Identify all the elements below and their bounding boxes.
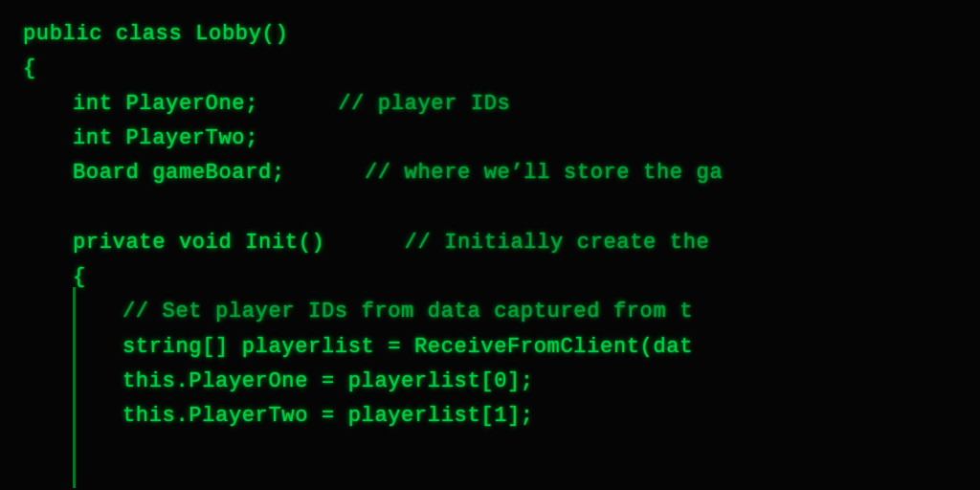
code-text: Board gameBoard; // where we’ll store th…	[73, 161, 723, 185]
code-text: this.PlayerOne = playerlist[0];	[122, 369, 534, 393]
code-line-2: {	[23, 52, 957, 86]
code-line-8: {	[23, 260, 957, 295]
code-line-7: private void Init() // Initially create …	[23, 226, 957, 260]
code-line-4: int PlayerTwo;	[23, 122, 957, 156]
code-line-1: public class Lobby()	[23, 17, 957, 52]
code-editor: public class Lobby() { int PlayerOne; //…	[0, 0, 980, 490]
code-text: string[] playerlist = ReceiveFromClient(…	[122, 335, 693, 359]
code-line-6	[23, 190, 957, 225]
code-text: int PlayerOne; // player IDs	[73, 92, 510, 116]
code-text: {	[73, 265, 86, 289]
code-line-10: string[] playerlist = ReceiveFromClient(…	[23, 330, 957, 365]
vertical-bar	[73, 287, 76, 488]
code-text: int PlayerTwo;	[73, 126, 258, 150]
code-text: {	[23, 56, 36, 80]
code-line-5: Board gameBoard; // where we’ll store th…	[23, 156, 957, 190]
code-line-11: this.PlayerOne = playerlist[0];	[23, 365, 957, 399]
code-text: private void Init() // Initially create …	[73, 231, 709, 255]
code-line-12: this.PlayerTwo = playerlist[1];	[23, 399, 957, 434]
code-text: public class Lobby()	[23, 22, 288, 46]
code-line-9: // Set player IDs from data captured fro…	[23, 295, 957, 329]
code-text: // Set player IDs from data captured fro…	[122, 300, 693, 323]
code-line-3: int PlayerOne; // player IDs	[23, 87, 957, 122]
code-text: this.PlayerTwo = playerlist[1];	[122, 404, 534, 428]
